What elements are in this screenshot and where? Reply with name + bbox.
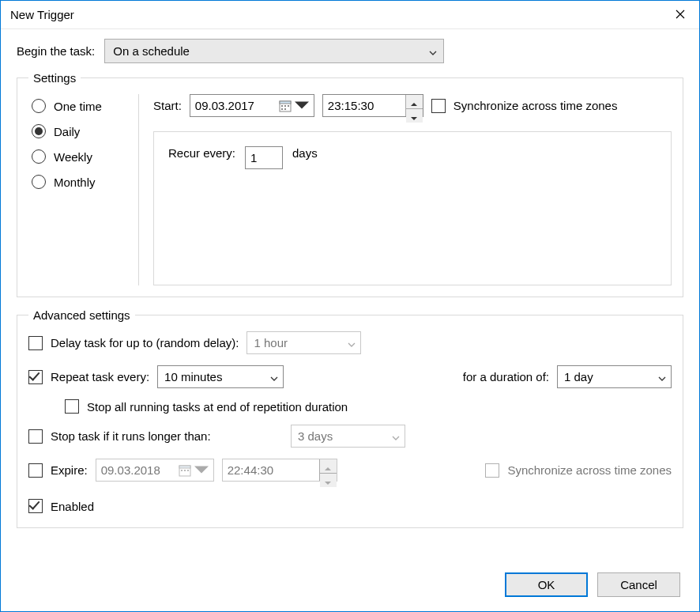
ok-label: OK — [538, 578, 555, 591]
start-time-value: 23:15:30 — [328, 99, 374, 112]
start-date-input[interactable]: 09.03.2017 — [190, 94, 314, 117]
radio-daily[interactable]: Daily — [32, 124, 138, 138]
enabled-checkbox[interactable]: Enabled — [28, 499, 94, 513]
expire-date-value: 09.03.2018 — [101, 463, 160, 477]
sync-timezones-checkbox[interactable]: Synchronize across time zones — [431, 99, 618, 113]
close-button[interactable] — [661, 1, 699, 28]
chevron-down-icon — [658, 370, 666, 383]
chevron-down-icon — [392, 429, 400, 443]
start-date-value: 09.03.2017 — [195, 99, 254, 112]
start-time-input[interactable]: 23:15:30 — [322, 94, 423, 117]
radio-icon — [32, 149, 46, 164]
begin-task-value: On a schedule — [113, 44, 190, 58]
stop-if-row: Stop task if it runs longer than: 3 days — [28, 425, 672, 448]
repeat-value: 10 minutes — [164, 370, 222, 383]
titlebar: New Trigger — [1, 1, 699, 29]
spinner-up-button — [320, 459, 337, 474]
recur-value-input[interactable]: 1 — [245, 146, 283, 169]
chevron-up-icon — [411, 95, 417, 108]
time-spinner — [405, 95, 423, 116]
radio-icon — [32, 124, 46, 138]
chevron-down-icon — [270, 370, 278, 383]
window-title: New Trigger — [10, 8, 74, 21]
begin-task-label: Begin the task: — [17, 44, 95, 58]
duration-label: for a duration of: — [463, 370, 549, 383]
settings-legend: Settings — [28, 71, 81, 85]
advanced-settings-group: Advanced settings Delay task for up to (… — [17, 308, 683, 528]
start-row: Start: 09.03.2017 — [153, 94, 672, 117]
repeat-row: Repeat task every: 10 minutes for a dura… — [28, 365, 672, 388]
svg-rect-5 — [281, 108, 283, 110]
checkbox-icon — [28, 336, 43, 350]
sync-label: Synchronize across time zones — [453, 99, 618, 112]
ok-button[interactable]: OK — [505, 572, 588, 597]
settings-group: Settings One time Daily Weekly — [17, 71, 683, 297]
radio-weekly[interactable]: Weekly — [32, 149, 138, 164]
repeat-checkbox[interactable]: Repeat task every: — [28, 370, 149, 384]
stop-all-row: Stop all running tasks at end of repetit… — [65, 399, 672, 414]
duration-value: 1 day — [564, 370, 593, 383]
repeat-interval-dropdown[interactable]: 10 minutes — [157, 365, 284, 388]
chevron-down-icon — [429, 44, 437, 58]
delay-value: 1 hour — [254, 336, 288, 349]
checkbox-icon — [28, 499, 43, 513]
checkbox-icon — [28, 429, 43, 444]
radio-label: One time — [54, 100, 102, 113]
recur-panel: Recur every: 1 days — [153, 131, 672, 285]
expire-time-value: 22:44:30 — [228, 463, 273, 477]
svg-rect-6 — [284, 108, 286, 110]
cancel-button[interactable]: Cancel — [597, 572, 680, 597]
radio-label: Weekly — [54, 150, 92, 164]
delay-row: Delay task for up to (random delay): 1 h… — [28, 331, 672, 354]
svg-rect-4 — [288, 105, 289, 107]
radio-icon — [32, 99, 46, 113]
radio-label: Monthly — [54, 176, 96, 189]
spinner-down-button[interactable] — [406, 109, 423, 123]
repeat-duration-dropdown[interactable]: 1 day — [557, 365, 672, 388]
calendar-dropdown-icon — [179, 464, 209, 477]
expire-row: Expire: 09.03.2018 — [28, 459, 672, 482]
enabled-row: Enabled — [28, 499, 672, 513]
repeat-label: Repeat task every: — [51, 370, 149, 383]
new-trigger-dialog: New Trigger Begin the task: On a schedul… — [0, 0, 700, 612]
stop-if-value: 3 days — [298, 429, 333, 443]
chevron-down-icon — [411, 109, 417, 123]
radio-one-time[interactable]: One time — [32, 99, 138, 113]
expire-label: Expire: — [51, 463, 88, 477]
delay-label: Delay task for up to (random delay): — [51, 336, 239, 349]
chevron-down-icon — [348, 336, 356, 349]
svg-rect-1 — [280, 101, 291, 104]
dialog-content: Begin the task: On a schedule Settings O… — [1, 29, 699, 611]
svg-rect-8 — [179, 466, 190, 468]
expire-sync-checkbox: Synchronize across time zones — [485, 463, 672, 478]
schedule-details: Start: 09.03.2017 — [139, 94, 672, 285]
expire-time-input: 22:44:30 — [222, 459, 337, 482]
calendar-dropdown-icon — [279, 100, 309, 112]
dialog-buttons: OK Cancel — [505, 572, 680, 597]
stop-if-dropdown: 3 days — [291, 425, 405, 448]
svg-rect-9 — [181, 470, 183, 471]
enabled-label: Enabled — [51, 500, 94, 513]
stop-all-checkbox[interactable]: Stop all running tasks at end of repetit… — [65, 399, 348, 414]
advanced-legend: Advanced settings — [28, 308, 135, 322]
begin-task-row: Begin the task: On a schedule — [17, 39, 683, 63]
chevron-down-icon — [325, 474, 331, 487]
schedule-radio-group: One time Daily Weekly Monthly — [28, 94, 139, 285]
delay-dropdown: 1 hour — [247, 331, 361, 354]
expire-sync-label: Synchronize across time zones — [507, 463, 672, 477]
radio-label: Daily — [54, 125, 80, 138]
radio-monthly[interactable]: Monthly — [32, 175, 138, 189]
svg-rect-11 — [187, 470, 189, 471]
radio-icon — [32, 175, 46, 189]
recur-unit: days — [292, 146, 318, 160]
checkbox-icon — [65, 399, 79, 414]
spinner-down-button — [320, 474, 337, 487]
svg-rect-3 — [284, 105, 286, 107]
chevron-up-icon — [325, 459, 331, 473]
stop-if-checkbox[interactable]: Stop task if it runs longer than: — [28, 429, 283, 444]
delay-checkbox[interactable]: Delay task for up to (random delay): — [28, 336, 239, 350]
checkbox-icon — [431, 99, 446, 113]
expire-checkbox[interactable]: Expire: — [28, 463, 88, 478]
begin-task-dropdown[interactable]: On a schedule — [104, 39, 444, 63]
spinner-up-button[interactable] — [406, 95, 423, 109]
